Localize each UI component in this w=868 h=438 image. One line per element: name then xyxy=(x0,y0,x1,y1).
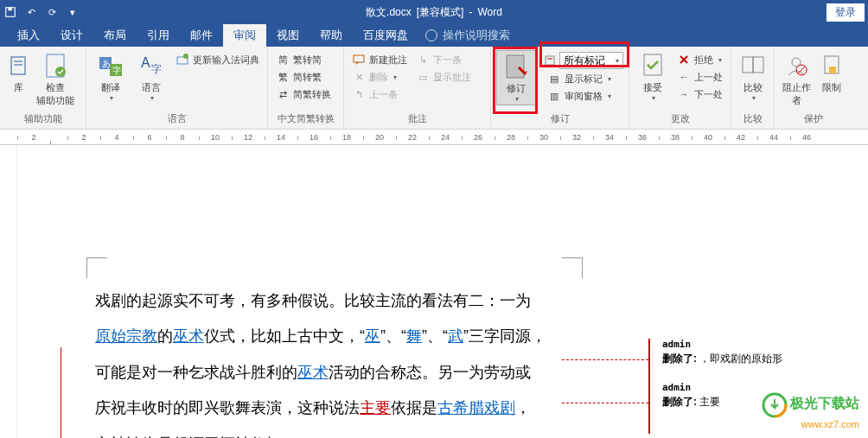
login-button[interactable]: 登录 xyxy=(827,3,865,22)
update-ime-button[interactable]: 更新输入法词典 xyxy=(173,52,262,67)
link-dance[interactable]: 舞 xyxy=(406,327,422,345)
tab-layout[interactable]: 布局 xyxy=(93,24,137,47)
trad-to-simp-button[interactable]: 简繁转简 xyxy=(273,52,334,67)
new-comment-button[interactable]: 新建批注 xyxy=(349,52,410,67)
tracked-insert: 主要 xyxy=(360,399,391,416)
accept-button[interactable]: 接受▾ xyxy=(635,50,671,104)
link-martial[interactable]: 武 xyxy=(448,327,463,345)
simp-to-trad-button[interactable]: 繁简转繁 xyxy=(273,69,334,85)
prev-change-button[interactable]: ←上一处 xyxy=(674,69,725,85)
page-corner-tr xyxy=(562,257,583,278)
group-changes: 更改 xyxy=(635,112,725,127)
show-markup-button[interactable]: ▤显示标记▾ xyxy=(545,71,623,86)
watermark: 极光下载站 www.xz7.com xyxy=(762,392,859,430)
ribbon: 库 检查 辅助功能 辅助功能 あ字 翻译▾ A字 语言▾ 更新输入法词典 xyxy=(0,47,868,130)
svg-text:あ: あ xyxy=(102,59,111,68)
lightbulb-icon xyxy=(425,29,437,41)
document-text[interactable]: 戏剧的起源实不可考，有多种假说。比较主流的看法有二：一为 原始宗教的巫术仪式，比… xyxy=(95,283,562,438)
tell-me-search[interactable]: 操作说明搜索 xyxy=(425,28,510,43)
svg-rect-22 xyxy=(753,57,763,73)
pane-icon: ▥ xyxy=(547,89,561,103)
tab-baidu[interactable]: 百度网盘 xyxy=(353,24,418,47)
svg-rect-21 xyxy=(743,57,753,73)
page-corner-tl xyxy=(86,257,107,278)
tab-design[interactable]: 设计 xyxy=(50,24,93,47)
restrict-button[interactable]: 限制 xyxy=(816,50,847,96)
reject-button[interactable]: 拒绝▾ xyxy=(674,52,725,67)
next-icon: ↳ xyxy=(416,53,430,67)
tab-mailings[interactable]: 邮件 xyxy=(180,24,223,47)
group-chinese: 中文简繁转换 xyxy=(273,112,338,127)
doc-filename: 散文.docx xyxy=(366,5,412,20)
thesaurus-button[interactable]: 库 xyxy=(5,50,31,96)
refresh-icon[interactable]: ⟳ xyxy=(45,5,59,19)
markup-list-icon: ▤ xyxy=(547,72,561,86)
show-comments-button: ▭显示批注 xyxy=(413,69,474,85)
horizontal-ruler[interactable]: 2 2 4 6 8 10 12 14 16 18 20 22 24 26 28 … xyxy=(0,130,868,145)
group-tracking: 修订 xyxy=(496,112,623,127)
block-authors-button[interactable]: 阻止作者 xyxy=(780,50,813,109)
svg-text:A: A xyxy=(141,55,150,70)
undo-icon[interactable]: ↶ xyxy=(24,5,38,19)
review-pane-button[interactable]: ▥审阅窗格▾ xyxy=(545,88,623,104)
convert-icon: ⇄ xyxy=(276,87,290,101)
svg-text:字: 字 xyxy=(112,66,121,75)
reject-icon xyxy=(677,53,691,67)
svg-rect-15 xyxy=(354,55,364,62)
revision-divider xyxy=(648,339,650,434)
link-wu[interactable]: 巫 xyxy=(365,327,380,345)
svg-point-14 xyxy=(183,54,188,59)
svg-text:字: 字 xyxy=(151,63,162,75)
vertical-ruler[interactable] xyxy=(0,145,17,438)
highlight-box-1 xyxy=(493,47,538,114)
doc-mode: [兼容模式] xyxy=(417,5,464,20)
simp-icon: 简 xyxy=(276,53,290,67)
link-religion[interactable]: 原始宗教 xyxy=(95,327,157,345)
comment-icon xyxy=(352,53,366,67)
tab-help[interactable]: 帮助 xyxy=(310,24,353,47)
group-language: 语言 xyxy=(92,112,262,127)
translate-button[interactable]: あ字 翻译▾ xyxy=(92,50,129,104)
link-greek[interactable]: 古希腊戏剧 xyxy=(437,399,515,416)
tab-references[interactable]: 引用 xyxy=(137,24,180,47)
trad-icon: 繁 xyxy=(276,70,290,84)
link-witchcraft2[interactable]: 巫术 xyxy=(297,364,329,381)
svg-rect-2 xyxy=(11,57,25,74)
tab-view[interactable]: 视图 xyxy=(266,24,310,47)
delete-comment-button: ✕删除▾ xyxy=(349,69,410,85)
show-icon: ▭ xyxy=(416,70,430,84)
change-indicator xyxy=(61,347,61,438)
prev-icon: ↰ xyxy=(352,87,366,101)
check-accessibility-button[interactable]: 检查 辅助功能 xyxy=(35,50,76,109)
tab-insert[interactable]: 插入 xyxy=(7,24,50,47)
group-comments: 批注 xyxy=(349,112,485,127)
group-compare: 比较 xyxy=(737,112,769,127)
revision-connector-1 xyxy=(562,359,648,360)
prev-change-icon: ← xyxy=(677,70,691,84)
next-comment-button: ↳下一条 xyxy=(413,52,474,67)
svg-rect-27 xyxy=(829,67,836,73)
app-name: Word xyxy=(477,6,501,18)
compare-button[interactable]: 比较▾ xyxy=(737,50,769,104)
svg-rect-1 xyxy=(8,8,11,11)
qat-dropdown-icon[interactable]: ▾ xyxy=(66,5,80,19)
group-accessibility: 辅助功能 xyxy=(5,112,80,127)
save-icon[interactable] xyxy=(3,5,17,19)
svg-rect-20 xyxy=(644,54,661,75)
group-protect: 保护 xyxy=(780,112,847,127)
highlight-box-2 xyxy=(539,41,629,67)
tab-review[interactable]: 审阅 xyxy=(223,24,266,47)
next-change-button[interactable]: →下一处 xyxy=(674,86,725,102)
revision-connector-2 xyxy=(562,403,648,403)
ime-icon xyxy=(176,53,189,67)
next-change-icon: → xyxy=(677,87,691,101)
title-bar: ↶ ⟳ ▾ 散文.docx [兼容模式] - Word 登录 xyxy=(0,0,868,24)
document-area[interactable]: 戏剧的起源实不可考，有多种假说。比较主流的看法有二：一为 原始宗教的巫术仪式，比… xyxy=(0,145,868,438)
delete-icon: ✕ xyxy=(352,70,366,84)
link-witchcraft[interactable]: 巫术 xyxy=(173,327,204,345)
menu-bar: 插入 设计 布局 引用 邮件 审阅 视图 帮助 百度网盘 操作说明搜索 xyxy=(0,24,868,47)
revision-item[interactable]: admin 删除了: ，即戏剧的原始形 xyxy=(657,339,782,366)
language-button[interactable]: A字 语言▾ xyxy=(132,50,169,104)
prev-comment-button: ↰上一条 xyxy=(349,86,410,102)
convert-button[interactable]: ⇄简繁转换 xyxy=(273,86,334,102)
